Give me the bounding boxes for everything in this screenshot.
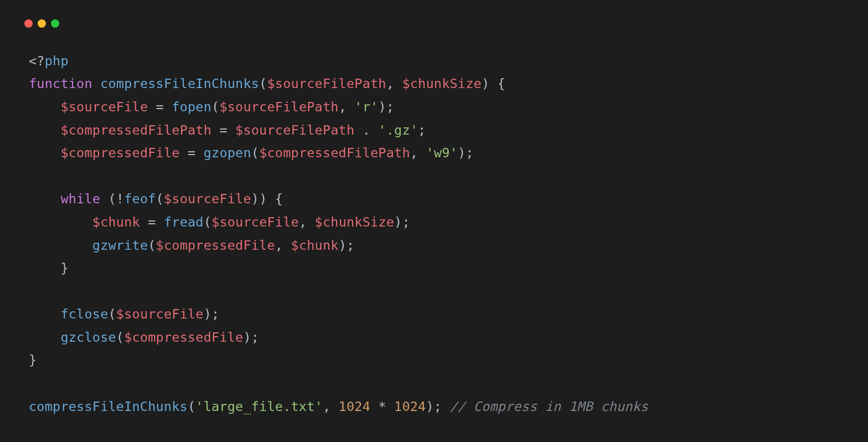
code-token: );: [426, 399, 450, 414]
code-token: [29, 306, 60, 322]
code-token: $chunk: [92, 214, 140, 230]
code-token: $compressedFilePath: [60, 122, 211, 138]
code-token: $compressedFile: [124, 330, 243, 345]
code-token: compressFileInChunks: [29, 399, 188, 414]
code-token: 'large_file.txt': [195, 399, 323, 414]
code-token: // Compress in 1MB chunks: [450, 399, 649, 414]
code-token: <?: [29, 53, 45, 69]
code-token: fread: [164, 214, 204, 230]
window-titlebar: [13, 8, 855, 33]
code-token: $chunkSize: [402, 76, 481, 91]
code-token: ,: [275, 238, 291, 253]
code-content: <?php function compressFileInChunks($sou…: [13, 33, 855, 434]
code-token: ) {: [482, 76, 505, 91]
code-token: (: [148, 238, 156, 253]
code-token: 1024: [339, 399, 370, 414]
code-token: );: [394, 214, 410, 230]
code-token: .: [354, 122, 378, 138]
maximize-icon[interactable]: [51, 19, 59, 28]
code-token: );: [204, 306, 220, 322]
code-token: [29, 145, 60, 161]
code-token: =: [140, 214, 164, 230]
code-token: fclose: [60, 306, 108, 322]
code-token: (: [156, 191, 164, 207]
code-token: gzwrite: [92, 238, 148, 253]
code-token: (: [188, 399, 195, 414]
code-token: compressFileInChunks: [92, 76, 259, 91]
code-token: [29, 122, 60, 138]
code-token: =: [180, 145, 204, 161]
code-token: =: [148, 99, 172, 115]
code-token: 1024: [394, 399, 426, 414]
code-token: $compressedFile: [156, 238, 275, 253]
code-token: (: [204, 214, 211, 230]
code-token: $sourceFilePath: [235, 122, 354, 138]
code-token: $sourceFile: [60, 99, 148, 115]
code-token: ,: [323, 399, 339, 414]
code-token: )) {: [251, 191, 283, 207]
code-token: $compressedFile: [60, 145, 179, 161]
code-token: gzopen: [204, 145, 251, 161]
code-token: [29, 238, 92, 253]
code-token: $sourceFilePath: [219, 99, 338, 115]
code-token: gzclose: [60, 330, 116, 345]
code-token: fopen: [172, 99, 211, 115]
code-token: 'w9': [426, 145, 457, 161]
code-token: function: [29, 76, 92, 91]
code-editor-window: <?php function compressFileInChunks($sou…: [13, 8, 855, 434]
code-token: );: [458, 145, 474, 161]
code-token: php: [45, 53, 69, 69]
code-token: );: [378, 99, 394, 115]
code-token: }: [29, 352, 37, 368]
code-token: '.gz': [378, 122, 418, 138]
code-token: [29, 191, 60, 207]
code-token: $chunkSize: [315, 214, 394, 230]
code-token: ,: [410, 145, 426, 161]
code-token: (!: [100, 191, 124, 207]
code-token: [29, 214, 92, 230]
code-token: (: [108, 306, 116, 322]
code-token: ,: [386, 76, 402, 91]
code-token: $compressedFilePath: [259, 145, 410, 161]
code-token: );: [243, 330, 259, 345]
code-token: [29, 99, 60, 115]
code-token: ,: [299, 214, 315, 230]
code-token: [29, 330, 60, 345]
code-token: (: [116, 330, 124, 345]
code-token: (: [211, 99, 219, 115]
code-token: );: [339, 238, 355, 253]
minimize-icon[interactable]: [38, 19, 46, 28]
code-token: }: [60, 260, 68, 276]
code-token: 'r': [354, 99, 378, 115]
code-token: *: [370, 399, 394, 414]
code-token: $sourceFile: [164, 191, 251, 207]
code-token: ,: [339, 99, 355, 115]
code-token: (: [251, 145, 259, 161]
code-token: [29, 260, 60, 276]
code-token: while: [60, 191, 100, 207]
code-token: =: [211, 122, 235, 138]
code-token: $sourceFile: [116, 306, 204, 322]
code-token: ;: [418, 122, 426, 138]
code-token: $chunk: [291, 238, 339, 253]
code-token: $sourceFilePath: [267, 76, 386, 91]
code-token: feof: [124, 191, 156, 207]
close-icon[interactable]: [24, 19, 33, 28]
code-token: (: [259, 76, 267, 91]
code-token: $sourceFile: [211, 214, 299, 230]
